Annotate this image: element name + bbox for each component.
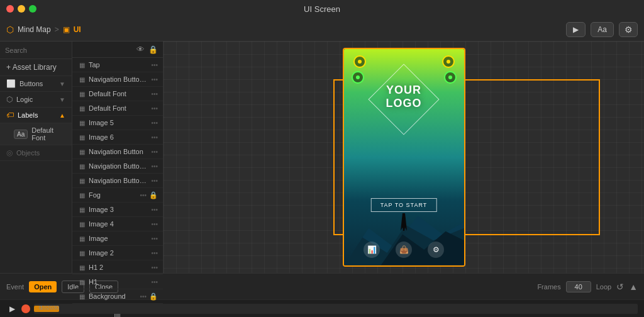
layer-panel: 👁 🔒 ▦ Tap ••• ▦ Navigation Button 4 ••• … bbox=[72, 42, 164, 273]
sidebar-item-buttons[interactable]: ⬜ Buttons ▼ bbox=[0, 76, 72, 92]
timeline-collapse-button[interactable]: ▲ bbox=[629, 282, 638, 292]
layer-item-dots: ••• bbox=[151, 163, 158, 170]
phone-preview: YOUR LOGO TAP TO START bbox=[343, 48, 465, 267]
settings-button[interactable]: ⚙ bbox=[619, 22, 638, 37]
tap-to-start-button[interactable]: TAP TO START bbox=[371, 198, 437, 212]
layer-item[interactable]: ▦ Image 2 ••• bbox=[72, 246, 163, 260]
layer-item[interactable]: ▦ Image ••• bbox=[72, 231, 163, 246]
tap-label: TAP TO START bbox=[380, 202, 428, 208]
layer-item-name: Background bbox=[89, 292, 137, 300]
layer-item[interactable]: ▦ Default Font ••• bbox=[72, 101, 163, 116]
nav-icon-chart[interactable]: 📊 bbox=[364, 242, 380, 258]
loop-icon[interactable]: ↺ bbox=[616, 282, 624, 292]
layer-item-icon: ▦ bbox=[77, 147, 86, 156]
breadcrumb-separator: > bbox=[55, 25, 59, 34]
bag-icon: 👜 bbox=[399, 245, 409, 254]
toolbar-left: ⬡ Mind Map > ▣ UI bbox=[6, 25, 561, 35]
open-event-button[interactable]: Open bbox=[29, 281, 57, 292]
logic-label: Logic bbox=[16, 96, 33, 103]
close-traffic-light[interactable] bbox=[6, 5, 14, 13]
frames-label: Frames bbox=[537, 283, 560, 291]
objects-icon: ◎ bbox=[6, 148, 13, 157]
layer-item[interactable]: ▦ Image 4 ••• bbox=[72, 217, 163, 231]
layer-item-dots: ••• bbox=[140, 192, 147, 199]
sidebar-item-objects[interactable]: ◎ Objects bbox=[0, 145, 72, 161]
event-label: Event bbox=[6, 283, 24, 291]
play-button[interactable]: ▶ bbox=[566, 22, 586, 37]
mindmap-icon: ⬡ bbox=[6, 25, 14, 35]
frames-input[interactable] bbox=[566, 281, 591, 292]
aa-button[interactable]: Aa bbox=[591, 22, 614, 37]
layer-item[interactable]: ▦ H1 ••• bbox=[72, 275, 163, 289]
layer-item-icon: ▦ bbox=[77, 191, 86, 199]
nav-icon-gear[interactable]: ⚙ bbox=[428, 242, 444, 258]
top-left-corner-icon bbox=[353, 55, 366, 68]
window-title: UI Screen bbox=[304, 4, 340, 14]
layer-lock-icon: 🔒 bbox=[149, 191, 158, 199]
main-layout: ⌕ + Asset Library ⬜ Buttons ▼ ⬡ Logic ▼ … bbox=[0, 42, 644, 273]
canvas-area[interactable]: YOUR LOGO TAP TO START bbox=[164, 42, 644, 273]
layer-item-name: Default Font bbox=[89, 104, 148, 112]
nav-icons: 📊 👜 ⚙ bbox=[344, 242, 464, 258]
tick-10: 10 bbox=[40, 304, 47, 311]
buttons-icon: ⬜ bbox=[6, 79, 16, 88]
eye-icon: 👁 bbox=[136, 45, 145, 54]
layer-item-icon: ▦ bbox=[77, 220, 86, 228]
layer-item-dots: ••• bbox=[151, 177, 158, 184]
layer-item[interactable]: ▦ Image 3 ••• bbox=[72, 203, 163, 217]
nav-icon-bag[interactable]: 👜 bbox=[396, 242, 412, 258]
asset-library-label: + Asset Library bbox=[6, 63, 57, 72]
layer-item-dots: ••• bbox=[151, 76, 158, 83]
gear-icon: ⚙ bbox=[433, 245, 440, 254]
buttons-chevron: ▼ bbox=[59, 81, 65, 87]
layer-item[interactable]: ▦ Image 6 ••• bbox=[72, 130, 163, 145]
breadcrumb: Mind Map > ▣ UI bbox=[18, 25, 81, 34]
play-icon: ▶ bbox=[573, 25, 579, 34]
labels-label: Labels bbox=[18, 111, 38, 119]
aa-label: Aa bbox=[597, 25, 607, 34]
layer-item[interactable]: ▦ Navigation Button 2 ••• bbox=[72, 159, 163, 174]
logic-chevron: ▼ bbox=[59, 96, 65, 103]
toolbar-right: ▶ Aa ⚙ bbox=[566, 22, 638, 37]
default-font-item[interactable]: Aa Default Font bbox=[0, 123, 72, 145]
minimize-traffic-light[interactable] bbox=[18, 5, 25, 13]
phone-screen: YOUR LOGO TAP TO START bbox=[344, 49, 464, 265]
record-button[interactable] bbox=[21, 304, 30, 313]
layer-item-name: Image 6 bbox=[89, 133, 148, 141]
breadcrumb-root[interactable]: Mind Map bbox=[18, 25, 51, 34]
layer-item-name: Image 2 bbox=[89, 249, 148, 257]
layer-item-icon: ▦ bbox=[77, 292, 86, 301]
layer-item[interactable]: ▦ H1 2 ••• bbox=[72, 260, 163, 275]
traffic-lights bbox=[6, 5, 36, 13]
layer-item-icon: ▦ bbox=[77, 248, 86, 257]
layer-item-icon: ▦ bbox=[77, 118, 86, 127]
layer-item[interactable]: ▦ Navigation Button 4 ••• bbox=[72, 72, 163, 87]
font-badge: Aa bbox=[14, 130, 28, 139]
layer-item[interactable]: ▦ Default Font ••• bbox=[72, 87, 163, 101]
asset-library-button[interactable]: + Asset Library bbox=[0, 59, 72, 76]
layer-item-name: Image 4 bbox=[89, 220, 148, 228]
layer-item[interactable]: ▦ Image 5 ••• bbox=[72, 116, 163, 130]
sidebar-item-logic[interactable]: ⬡ Logic ▼ bbox=[0, 92, 72, 108]
layer-item[interactable]: ▦ Fog ••• 🔒 bbox=[72, 188, 163, 203]
layer-item-icon: ▦ bbox=[77, 176, 86, 185]
breadcrumb-active[interactable]: UI bbox=[74, 25, 81, 34]
layer-item[interactable]: ▦ Background ••• 🔒 bbox=[72, 289, 163, 304]
layer-item[interactable]: ▦ Navigation Button 3 ••• bbox=[72, 174, 163, 188]
layer-item[interactable]: ▦ Tap ••• bbox=[72, 58, 163, 72]
layer-item-icon: ▦ bbox=[77, 133, 86, 142]
timeline-right: Frames Loop ↺ ▲ bbox=[537, 281, 638, 292]
ui-icon: ▣ bbox=[63, 25, 70, 34]
chart-icon: 📊 bbox=[367, 245, 377, 254]
playback-play-button[interactable]: ▶ bbox=[6, 303, 18, 314]
maximize-traffic-light[interactable] bbox=[29, 5, 36, 13]
layer-item-icon: ▦ bbox=[77, 234, 86, 243]
layer-item-icon: ▦ bbox=[77, 263, 86, 272]
logo-text: YOUR LOGO bbox=[386, 84, 422, 110]
timeline-track[interactable]: 0 10 20 30 bbox=[34, 304, 638, 314]
layer-item-dots: ••• bbox=[151, 134, 158, 141]
layer-item-icon: ▦ bbox=[77, 205, 86, 214]
sidebar-item-labels[interactable]: 🏷 Labels ▲ bbox=[0, 108, 72, 123]
layer-item-dots: ••• bbox=[151, 148, 158, 155]
layer-item[interactable]: ▦ Navigation Button ••• bbox=[72, 145, 163, 159]
